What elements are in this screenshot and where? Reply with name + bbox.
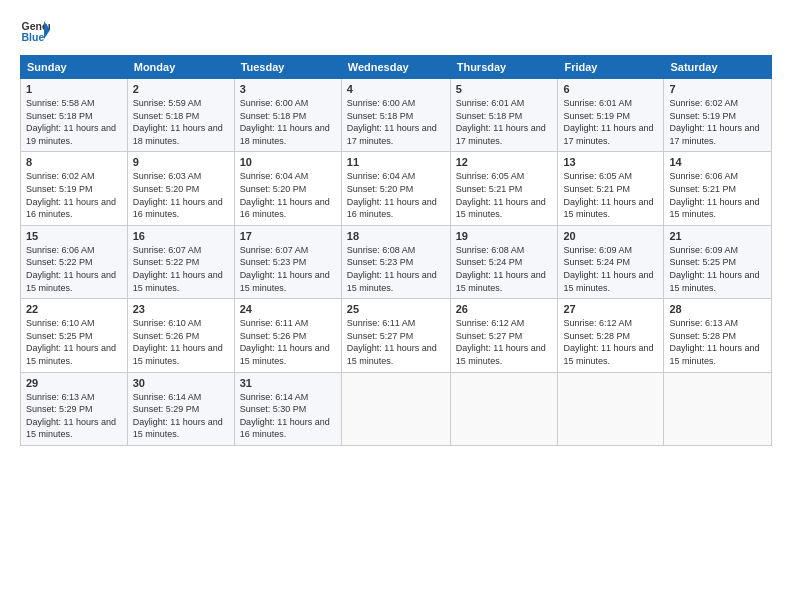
calendar-cell: 4 Sunrise: 6:00 AM Sunset: 5:18 PM Dayli… xyxy=(341,79,450,152)
day-number: 10 xyxy=(240,156,336,168)
calendar-week-row: 22 Sunrise: 6:10 AM Sunset: 5:25 PM Dayl… xyxy=(21,299,772,372)
day-of-week-header: Tuesday xyxy=(234,56,341,79)
logo: General Blue xyxy=(20,15,50,45)
calendar-cell: 23 Sunrise: 6:10 AM Sunset: 5:26 PM Dayl… xyxy=(127,299,234,372)
calendar-cell: 19 Sunrise: 6:08 AM Sunset: 5:24 PM Dayl… xyxy=(450,225,558,298)
calendar-cell: 28 Sunrise: 6:13 AM Sunset: 5:28 PM Dayl… xyxy=(664,299,772,372)
day-of-week-header: Wednesday xyxy=(341,56,450,79)
calendar-cell: 13 Sunrise: 6:05 AM Sunset: 5:21 PM Dayl… xyxy=(558,152,664,225)
day-info: Sunrise: 6:14 AM Sunset: 5:30 PM Dayligh… xyxy=(240,391,336,441)
calendar-cell: 29 Sunrise: 6:13 AM Sunset: 5:29 PM Dayl… xyxy=(21,372,128,445)
calendar-header-row: SundayMondayTuesdayWednesdayThursdayFrid… xyxy=(21,56,772,79)
day-info: Sunrise: 6:08 AM Sunset: 5:23 PM Dayligh… xyxy=(347,244,445,294)
day-number: 22 xyxy=(26,303,122,315)
day-number: 23 xyxy=(133,303,229,315)
calendar-cell xyxy=(450,372,558,445)
day-of-week-header: Sunday xyxy=(21,56,128,79)
day-number: 4 xyxy=(347,83,445,95)
calendar-cell: 6 Sunrise: 6:01 AM Sunset: 5:19 PM Dayli… xyxy=(558,79,664,152)
day-number: 8 xyxy=(26,156,122,168)
day-of-week-header: Friday xyxy=(558,56,664,79)
day-number: 3 xyxy=(240,83,336,95)
day-info: Sunrise: 6:04 AM Sunset: 5:20 PM Dayligh… xyxy=(240,170,336,220)
day-info: Sunrise: 6:06 AM Sunset: 5:21 PM Dayligh… xyxy=(669,170,766,220)
day-info: Sunrise: 6:05 AM Sunset: 5:21 PM Dayligh… xyxy=(563,170,658,220)
day-number: 15 xyxy=(26,230,122,242)
day-number: 25 xyxy=(347,303,445,315)
day-info: Sunrise: 6:09 AM Sunset: 5:25 PM Dayligh… xyxy=(669,244,766,294)
day-info: Sunrise: 6:05 AM Sunset: 5:21 PM Dayligh… xyxy=(456,170,553,220)
calendar-cell: 7 Sunrise: 6:02 AM Sunset: 5:19 PM Dayli… xyxy=(664,79,772,152)
logo-icon: General Blue xyxy=(20,15,50,45)
calendar-cell: 15 Sunrise: 6:06 AM Sunset: 5:22 PM Dayl… xyxy=(21,225,128,298)
day-info: Sunrise: 6:07 AM Sunset: 5:23 PM Dayligh… xyxy=(240,244,336,294)
day-info: Sunrise: 6:04 AM Sunset: 5:20 PM Dayligh… xyxy=(347,170,445,220)
day-info: Sunrise: 6:00 AM Sunset: 5:18 PM Dayligh… xyxy=(240,97,336,147)
day-number: 24 xyxy=(240,303,336,315)
day-number: 19 xyxy=(456,230,553,242)
calendar-cell: 30 Sunrise: 6:14 AM Sunset: 5:29 PM Dayl… xyxy=(127,372,234,445)
calendar-cell: 24 Sunrise: 6:11 AM Sunset: 5:26 PM Dayl… xyxy=(234,299,341,372)
calendar-cell xyxy=(558,372,664,445)
calendar-cell: 26 Sunrise: 6:12 AM Sunset: 5:27 PM Dayl… xyxy=(450,299,558,372)
day-number: 26 xyxy=(456,303,553,315)
day-number: 2 xyxy=(133,83,229,95)
day-info: Sunrise: 6:10 AM Sunset: 5:25 PM Dayligh… xyxy=(26,317,122,367)
calendar-cell: 8 Sunrise: 6:02 AM Sunset: 5:19 PM Dayli… xyxy=(21,152,128,225)
day-info: Sunrise: 6:13 AM Sunset: 5:28 PM Dayligh… xyxy=(669,317,766,367)
day-info: Sunrise: 6:11 AM Sunset: 5:27 PM Dayligh… xyxy=(347,317,445,367)
day-info: Sunrise: 6:06 AM Sunset: 5:22 PM Dayligh… xyxy=(26,244,122,294)
day-number: 12 xyxy=(456,156,553,168)
calendar-cell: 31 Sunrise: 6:14 AM Sunset: 5:30 PM Dayl… xyxy=(234,372,341,445)
svg-text:Blue: Blue xyxy=(22,31,45,43)
calendar-cell: 25 Sunrise: 6:11 AM Sunset: 5:27 PM Dayl… xyxy=(341,299,450,372)
day-info: Sunrise: 6:02 AM Sunset: 5:19 PM Dayligh… xyxy=(26,170,122,220)
header: General Blue xyxy=(20,15,772,45)
day-number: 18 xyxy=(347,230,445,242)
day-info: Sunrise: 6:02 AM Sunset: 5:19 PM Dayligh… xyxy=(669,97,766,147)
day-info: Sunrise: 6:01 AM Sunset: 5:19 PM Dayligh… xyxy=(563,97,658,147)
day-info: Sunrise: 5:59 AM Sunset: 5:18 PM Dayligh… xyxy=(133,97,229,147)
day-info: Sunrise: 6:07 AM Sunset: 5:22 PM Dayligh… xyxy=(133,244,229,294)
day-number: 11 xyxy=(347,156,445,168)
day-info: Sunrise: 6:10 AM Sunset: 5:26 PM Dayligh… xyxy=(133,317,229,367)
calendar-cell: 27 Sunrise: 6:12 AM Sunset: 5:28 PM Dayl… xyxy=(558,299,664,372)
calendar-week-row: 15 Sunrise: 6:06 AM Sunset: 5:22 PM Dayl… xyxy=(21,225,772,298)
calendar-cell: 22 Sunrise: 6:10 AM Sunset: 5:25 PM Dayl… xyxy=(21,299,128,372)
day-number: 7 xyxy=(669,83,766,95)
day-number: 20 xyxy=(563,230,658,242)
calendar-week-row: 8 Sunrise: 6:02 AM Sunset: 5:19 PM Dayli… xyxy=(21,152,772,225)
day-info: Sunrise: 6:00 AM Sunset: 5:18 PM Dayligh… xyxy=(347,97,445,147)
calendar-cell: 10 Sunrise: 6:04 AM Sunset: 5:20 PM Dayl… xyxy=(234,152,341,225)
day-number: 30 xyxy=(133,377,229,389)
calendar-cell: 21 Sunrise: 6:09 AM Sunset: 5:25 PM Dayl… xyxy=(664,225,772,298)
day-info: Sunrise: 6:03 AM Sunset: 5:20 PM Dayligh… xyxy=(133,170,229,220)
day-info: Sunrise: 6:12 AM Sunset: 5:28 PM Dayligh… xyxy=(563,317,658,367)
day-number: 14 xyxy=(669,156,766,168)
day-number: 5 xyxy=(456,83,553,95)
day-info: Sunrise: 6:12 AM Sunset: 5:27 PM Dayligh… xyxy=(456,317,553,367)
day-of-week-header: Saturday xyxy=(664,56,772,79)
calendar-cell: 2 Sunrise: 5:59 AM Sunset: 5:18 PM Dayli… xyxy=(127,79,234,152)
calendar-cell: 16 Sunrise: 6:07 AM Sunset: 5:22 PM Dayl… xyxy=(127,225,234,298)
day-of-week-header: Monday xyxy=(127,56,234,79)
calendar-week-row: 1 Sunrise: 5:58 AM Sunset: 5:18 PM Dayli… xyxy=(21,79,772,152)
day-info: Sunrise: 6:08 AM Sunset: 5:24 PM Dayligh… xyxy=(456,244,553,294)
day-number: 29 xyxy=(26,377,122,389)
day-number: 1 xyxy=(26,83,122,95)
calendar-week-row: 29 Sunrise: 6:13 AM Sunset: 5:29 PM Dayl… xyxy=(21,372,772,445)
day-info: Sunrise: 6:09 AM Sunset: 5:24 PM Dayligh… xyxy=(563,244,658,294)
calendar-cell: 9 Sunrise: 6:03 AM Sunset: 5:20 PM Dayli… xyxy=(127,152,234,225)
day-of-week-header: Thursday xyxy=(450,56,558,79)
calendar-cell: 3 Sunrise: 6:00 AM Sunset: 5:18 PM Dayli… xyxy=(234,79,341,152)
calendar-cell xyxy=(341,372,450,445)
day-number: 28 xyxy=(669,303,766,315)
day-info: Sunrise: 6:13 AM Sunset: 5:29 PM Dayligh… xyxy=(26,391,122,441)
page: General Blue SundayMondayTuesdayWednesda… xyxy=(0,0,792,612)
day-info: Sunrise: 6:14 AM Sunset: 5:29 PM Dayligh… xyxy=(133,391,229,441)
day-info: Sunrise: 5:58 AM Sunset: 5:18 PM Dayligh… xyxy=(26,97,122,147)
calendar-cell: 12 Sunrise: 6:05 AM Sunset: 5:21 PM Dayl… xyxy=(450,152,558,225)
day-number: 16 xyxy=(133,230,229,242)
day-number: 27 xyxy=(563,303,658,315)
calendar-table: SundayMondayTuesdayWednesdayThursdayFrid… xyxy=(20,55,772,446)
